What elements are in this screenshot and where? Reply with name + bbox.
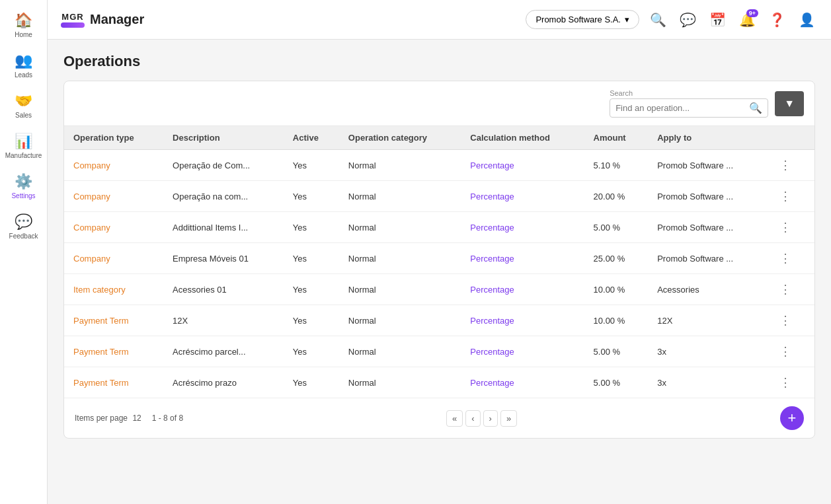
sidebar-item-leads[interactable]: 👥 Leads <box>4 47 44 85</box>
description-cell: 12X <box>163 305 284 336</box>
operation-type-cell[interactable]: Payment Term <box>64 305 163 336</box>
calendar-icon[interactable]: 📅 <box>707 9 729 30</box>
sidebar: 🏠 Home 👥 Leads 🤝 Sales 📊 Manufacture ⚙️ … <box>0 0 48 504</box>
more-button-0[interactable]: ⋮ <box>775 157 795 174</box>
next-page-button[interactable]: › <box>483 410 498 427</box>
settings-icon: ⚙️ <box>15 173 32 190</box>
category-cell: Normal <box>339 150 461 181</box>
page-title: Operations <box>63 53 815 70</box>
search-magnifier-icon: 🔍 <box>749 102 762 114</box>
company-name: Promob Software S.A. <box>535 15 621 24</box>
operation-type-cell[interactable]: Payment Term <box>64 367 163 398</box>
table-row: Payment Term Acréscimo prazo Yes Normal … <box>64 367 814 398</box>
description-cell: Acréscimo prazo <box>163 367 284 398</box>
table-row: Company Operação na com... Yes Normal Pe… <box>64 181 814 212</box>
category-cell: Normal <box>339 243 461 274</box>
apply-to-cell: Promob Software ... <box>648 181 766 212</box>
operation-type-cell[interactable]: Payment Term <box>64 336 163 367</box>
more-button-4[interactable]: ⋮ <box>775 281 795 298</box>
active-cell: Yes <box>284 274 339 305</box>
more-actions-cell: ⋮ <box>766 305 814 336</box>
search-input[interactable] <box>615 103 745 113</box>
description-cell: Empresa Móveis 01 <box>163 243 284 274</box>
notifications-icon[interactable]: 🔔 9+ <box>736 9 758 30</box>
amount-cell: 10.00 % <box>584 274 649 305</box>
chat-icon[interactable]: 💬 <box>677 9 699 30</box>
description-cell: Operação de Com... <box>163 150 284 181</box>
amount-cell: 5.10 % <box>584 150 649 181</box>
prev-page-button[interactable]: ‹ <box>465 410 480 427</box>
operation-type-cell[interactable]: Company <box>64 181 163 212</box>
sidebar-item-manufacture[interactable]: 📊 Manufacture <box>4 127 44 165</box>
amount-cell: 5.00 % <box>584 367 649 398</box>
operation-type-cell[interactable]: Company <box>64 150 163 181</box>
app-name: Manager <box>90 12 144 27</box>
description-cell: Acessories 01 <box>163 274 284 305</box>
more-button-3[interactable]: ⋮ <box>775 250 795 267</box>
amount-cell: 20.00 % <box>584 181 649 212</box>
content: Operations Search 🔍 ▼ <box>48 40 831 504</box>
filter-button[interactable]: ▼ <box>775 91 804 116</box>
table-header-row: Operation type Description Active Operat… <box>64 126 814 150</box>
table-row: Item category Acessories 01 Yes Normal P… <box>64 274 814 305</box>
more-button-2[interactable]: ⋮ <box>775 219 795 236</box>
sidebar-label-home: Home <box>15 31 32 39</box>
last-page-button[interactable]: » <box>500 410 517 427</box>
method-cell: Percentage <box>461 305 584 336</box>
add-operation-button[interactable]: + <box>780 406 804 430</box>
search-label: Search <box>610 89 768 97</box>
category-cell: Normal <box>339 181 461 212</box>
more-actions-cell: ⋮ <box>766 150 814 181</box>
table-row: Payment Term Acréscimo parcel... Yes Nor… <box>64 336 814 367</box>
topbar: MGR Manager Promob Software S.A. ▾ 🔍 💬 📅… <box>48 0 831 40</box>
method-cell: Percentage <box>461 336 584 367</box>
col-calculation-method: Calculation method <box>461 126 584 150</box>
category-cell: Normal <box>339 367 461 398</box>
table-row: Company Operação de Com... Yes Normal Pe… <box>64 150 814 181</box>
filter-icon: ▼ <box>784 98 795 110</box>
more-button-1[interactable]: ⋮ <box>775 188 795 205</box>
apply-to-cell: Promob Software ... <box>648 150 766 181</box>
active-cell: Yes <box>284 367 339 398</box>
amount-cell: 25.00 % <box>584 243 649 274</box>
col-description: Description <box>163 126 284 150</box>
sidebar-label-settings: Settings <box>11 192 35 200</box>
user-icon[interactable]: 👤 <box>796 9 818 30</box>
sidebar-item-sales[interactable]: 🤝 Sales <box>4 87 44 125</box>
more-actions-cell: ⋮ <box>766 274 814 305</box>
category-cell: Normal <box>339 212 461 243</box>
logo-mgr-text: MGR <box>61 12 83 22</box>
sidebar-item-settings[interactable]: ⚙️ Settings <box>4 168 44 205</box>
description-cell: Acréscimo parcel... <box>163 336 284 367</box>
apply-to-cell: 3x <box>648 336 766 367</box>
col-operation-type: Operation type <box>64 126 163 150</box>
notifications-badge: 9+ <box>746 9 758 17</box>
col-active: Active <box>284 126 339 150</box>
first-page-button[interactable]: « <box>446 410 463 427</box>
operation-type-cell[interactable]: Company <box>64 212 163 243</box>
sidebar-item-home[interactable]: 🏠 Home <box>4 7 44 44</box>
more-button-6[interactable]: ⋮ <box>775 343 795 360</box>
amount-cell: 5.00 % <box>584 336 649 367</box>
search-icon[interactable]: 🔍 <box>647 9 669 30</box>
more-actions-cell: ⋮ <box>766 367 814 398</box>
pagination-info: Items per page 12 1 - 8 of 8 <box>75 414 183 423</box>
table-row: Company Addittional Items I... Yes Norma… <box>64 212 814 243</box>
sidebar-item-feedback[interactable]: 💬 Feedback <box>4 208 44 246</box>
more-button-5[interactable]: ⋮ <box>775 312 795 329</box>
more-button-7[interactable]: ⋮ <box>775 374 795 391</box>
pagination: Items per page 12 1 - 8 of 8 « ‹ › » + <box>64 398 814 438</box>
description-cell: Addittional Items I... <box>163 212 284 243</box>
method-cell: Percentage <box>461 274 584 305</box>
chevron-down-icon: ▾ <box>625 15 629 24</box>
operation-type-cell[interactable]: Item category <box>64 274 163 305</box>
sidebar-label-sales: Sales <box>15 112 32 120</box>
category-cell: Normal <box>339 274 461 305</box>
method-cell: Percentage <box>461 181 584 212</box>
operation-type-cell[interactable]: Company <box>64 243 163 274</box>
apply-to-cell: Promob Software ... <box>648 212 766 243</box>
active-cell: Yes <box>284 336 339 367</box>
company-selector[interactable]: Promob Software S.A. ▾ <box>526 10 639 29</box>
help-icon[interactable]: ❓ <box>766 9 788 30</box>
more-actions-cell: ⋮ <box>766 243 814 274</box>
